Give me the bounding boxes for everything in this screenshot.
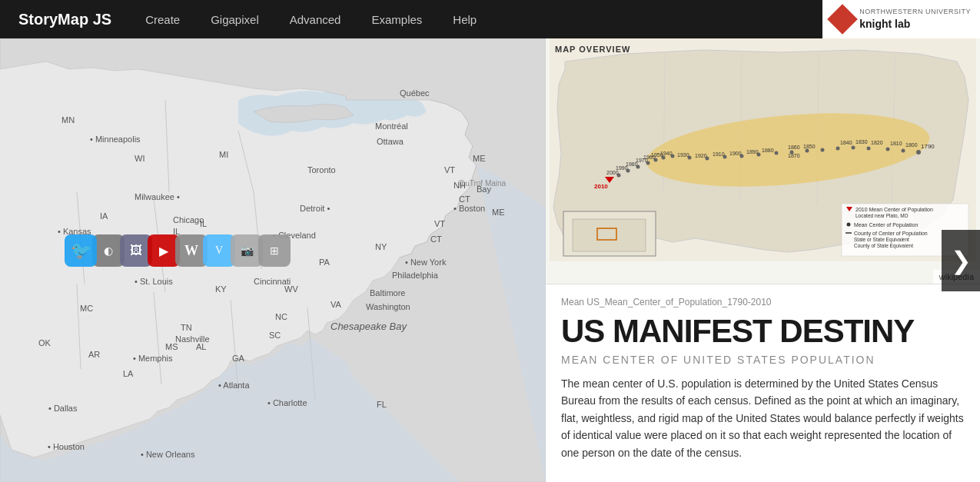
knight-lab-logo[interactable]: NORTHWESTERN UNIVERSITY knight lab — [822, 0, 980, 38]
svg-text:1820: 1820 — [871, 140, 883, 145]
svg-text:1910: 1910 — [713, 151, 725, 157]
next-arrow-icon: ❯ — [951, 246, 972, 275]
map-overview-label: MAP OVERVIEW — [555, 45, 630, 54]
navbar: StoryMap JS Create Gigapixel Advanced Ex… — [0, 0, 980, 38]
content-title: US MANIFEST DESTINY — [561, 315, 965, 347]
svg-point-18 — [902, 149, 905, 153]
nav-links: Create Gigapixel Advanced Examples Help — [130, 0, 492, 38]
content-panel: Mean US_Mean_Center_of_Population_1790-2… — [546, 284, 980, 482]
svg-text:1850: 1850 — [803, 144, 816, 149]
twitter-watermark: @uTrof Maina — [457, 179, 506, 188]
nav-gigapixel[interactable]: Gigapixel — [195, 0, 274, 38]
svg-text:1790: 1790 — [921, 143, 935, 150]
svg-text:Located near Plato, MO: Located near Plato, MO — [855, 213, 909, 218]
content-source: Mean US_Mean_Center_of_Population_1790-2… — [561, 297, 965, 307]
svg-point-26 — [836, 147, 840, 151]
svg-point-16 — [916, 150, 921, 155]
svg-text:1800: 1800 — [905, 142, 918, 148]
nav-advanced[interactable]: Advanced — [274, 0, 357, 38]
svg-text:2010: 2010 — [594, 183, 608, 190]
site-brand[interactable]: StoryMap JS — [0, 11, 130, 28]
expand-icon: ⊞ — [258, 234, 291, 267]
svg-text:1920: 1920 — [695, 153, 707, 158]
svg-text:Mean Center of Population: Mean Center of Population — [854, 222, 918, 228]
map-panel: MN WI MI IA IL KY OK AR MS AL GA SC NC L… — [0, 38, 546, 482]
nav-create[interactable]: Create — [130, 0, 195, 38]
svg-rect-63 — [573, 219, 646, 251]
svg-point-22 — [867, 147, 871, 151]
main-container: MN WI MI IA IL KY OK AR MS AL GA SC NC L… — [0, 0, 980, 482]
right-panel: MAP OVERVIEW 1790 — [546, 38, 980, 482]
svg-point-24 — [852, 146, 855, 150]
content-body: The mean center of U.S. population is de… — [561, 375, 965, 461]
svg-point-30 — [806, 149, 809, 153]
overview-map-svg: 1790 1800 1810 1820 1830 1840 1850 1860 — [546, 38, 980, 261]
svg-text:1870: 1870 — [788, 153, 800, 158]
svg-text:1830: 1830 — [855, 139, 868, 145]
svg-point-28 — [821, 148, 825, 152]
svg-point-20 — [886, 148, 890, 151]
svg-text:2010 Mean Center of Population: 2010 Mean Center of Population — [855, 207, 933, 213]
knight-lab-diamond-icon — [827, 4, 858, 35]
svg-text:County of Center of Population: County of Center of Population — [854, 231, 928, 237]
svg-text:1930: 1930 — [677, 152, 689, 158]
twitter-icon: 🐦 — [65, 234, 97, 267]
nav-help[interactable]: Help — [437, 0, 492, 38]
map-overview: MAP OVERVIEW 1790 — [546, 38, 980, 284]
svg-text:State or State Equivalent: State or State Equivalent — [854, 237, 909, 243]
svg-point-34 — [775, 151, 779, 155]
svg-text:2000: 2000 — [606, 170, 619, 175]
content-subtitle: MEAN CENTER OF UNITED STATES POPULATION — [561, 354, 965, 366]
svg-text:County of State Equivalent: County of State Equivalent — [854, 243, 913, 249]
svg-text:1840: 1840 — [840, 140, 852, 145]
svg-text:1880: 1880 — [762, 148, 774, 153]
knight-lab-text: NORTHWESTERN UNIVERSITY knight lab — [859, 8, 971, 31]
svg-text:1810: 1810 — [890, 141, 902, 146]
nav-examples[interactable]: Examples — [356, 0, 437, 38]
svg-point-69 — [847, 223, 851, 227]
next-arrow-button[interactable]: ❯ — [942, 230, 980, 291]
svg-text:1890: 1890 — [746, 149, 759, 155]
chesapeake-label: Chesapeake Bay — [331, 321, 407, 332]
svg-text:1860: 1860 — [788, 145, 800, 150]
svg-text:1900: 1900 — [729, 151, 742, 156]
icon-trail: 🐦 ◐ 🖼 ▶ W V 📷 ⊞ — [69, 234, 291, 267]
